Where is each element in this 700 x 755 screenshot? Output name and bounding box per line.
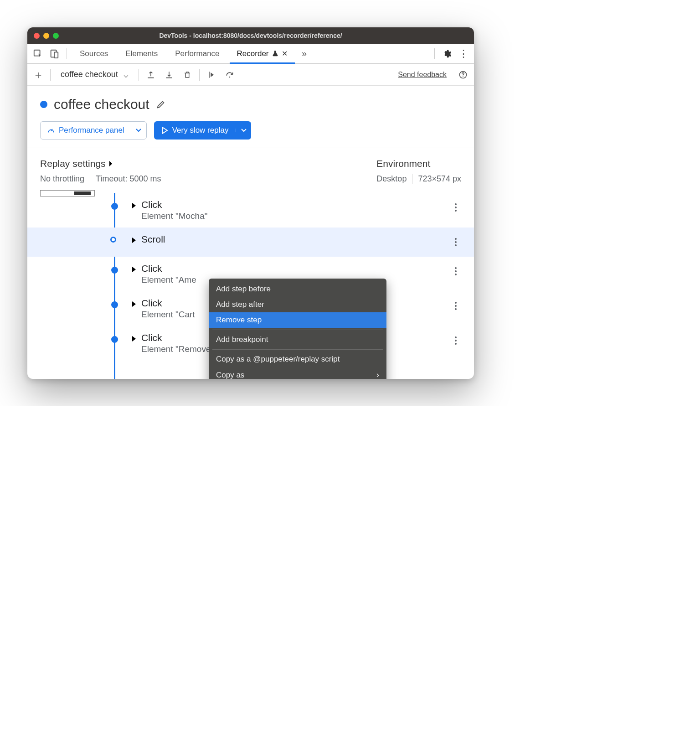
- play-icon: [161, 127, 168, 134]
- replay-settings-toggle[interactable]: Replay settings: [40, 158, 161, 169]
- tab-recorder[interactable]: Recorder ✕: [230, 44, 295, 63]
- step-subtitle: Element "Mocha": [141, 211, 208, 221]
- ctx-copy-as[interactable]: Copy as ›: [209, 367, 386, 379]
- tab-performance[interactable]: Performance: [168, 44, 226, 63]
- divider: [434, 48, 435, 59]
- button-label: Performance panel: [59, 126, 124, 135]
- send-feedback-link[interactable]: Send feedback: [398, 71, 447, 79]
- steps-timeline: Click Element "Mocha" Scroll Click: [27, 193, 474, 379]
- performance-panel-button[interactable]: Performance panel: [40, 121, 147, 140]
- kebab-menu-icon[interactable]: ⋮: [457, 47, 470, 61]
- timeline-node: [110, 237, 116, 243]
- step-title: Scroll: [141, 234, 165, 245]
- step-row[interactable]: Scroll: [27, 228, 474, 257]
- step-context-menu: Add step before Add step after Remove st…: [209, 279, 386, 379]
- step-subtitle: Element "Ame: [141, 275, 196, 285]
- new-recording-icon[interactable]: ＋: [32, 68, 45, 81]
- ctx-add-step-before[interactable]: Add step before: [209, 281, 386, 297]
- tab-label: Recorder: [237, 49, 269, 58]
- button-label: Very slow replay: [172, 126, 229, 135]
- step-menu-icon[interactable]: [450, 335, 461, 346]
- timeline-node: [111, 301, 118, 308]
- step-over-icon[interactable]: [223, 68, 236, 81]
- divider: [139, 69, 139, 81]
- export-icon[interactable]: [144, 68, 157, 81]
- recording-select-label: coffee checkout: [61, 70, 118, 79]
- throttling-value: No throttling: [40, 174, 84, 184]
- step-subtitle: Element "Cart: [141, 310, 195, 320]
- menu-separator: [212, 349, 383, 350]
- edit-title-icon[interactable]: [156, 99, 166, 109]
- tab-label: Performance: [175, 49, 219, 58]
- divider: [199, 69, 200, 81]
- ctx-remove-step[interactable]: Remove step: [209, 312, 386, 328]
- expand-step-icon[interactable]: [132, 267, 136, 272]
- environment-size: 723×574 px: [418, 174, 461, 184]
- chevron-right-icon: ›: [376, 370, 379, 379]
- recording-header: coffee checkout Performance panel Very s…: [27, 86, 474, 148]
- menu-separator: [212, 330, 383, 330]
- svg-point-5: [463, 76, 463, 77]
- help-icon[interactable]: [457, 68, 469, 81]
- devtools-window: DevTools - localhost:8080/docs/devtools/…: [27, 27, 474, 379]
- tab-elements[interactable]: Elements: [118, 44, 165, 63]
- more-tabs-icon[interactable]: »: [298, 47, 311, 61]
- recording-title: coffee checkout: [54, 97, 149, 112]
- recording-status-dot: [40, 101, 47, 108]
- expand-step-icon[interactable]: [132, 238, 136, 243]
- tab-label: Sources: [80, 49, 108, 58]
- gauge-icon: [47, 126, 55, 134]
- divider: [90, 174, 90, 184]
- expand-step-icon[interactable]: [132, 301, 136, 307]
- delete-icon[interactable]: [181, 68, 194, 81]
- chevron-right-icon: [108, 160, 113, 167]
- environment-device: Desktop: [376, 174, 407, 184]
- titlebar: DevTools - localhost:8080/docs/devtools/…: [27, 27, 474, 44]
- tab-label: Elements: [125, 49, 158, 58]
- panel-tabstrip: Sources Elements Performance Recorder ✕ …: [27, 44, 474, 64]
- environment-settings: Environment Desktop 723×574 px: [376, 158, 461, 184]
- replay-settings: Replay settings No throttling Timeout: 5…: [40, 158, 161, 184]
- action-buttons: Performance panel Very slow replay: [40, 121, 461, 140]
- divider: [412, 174, 412, 184]
- svg-point-3: [229, 76, 231, 78]
- recording-select[interactable]: coffee checkout ⌵: [56, 70, 133, 80]
- divider: [67, 48, 67, 59]
- ctx-add-breakpoint[interactable]: Add breakpoint: [209, 332, 386, 347]
- dropdown-caret[interactable]: [236, 129, 251, 132]
- window-title: DevTools - localhost:8080/docs/devtools/…: [27, 32, 474, 39]
- expand-step-icon[interactable]: [132, 336, 136, 341]
- timeline-node: [111, 267, 118, 274]
- step-menu-icon[interactable]: [450, 300, 461, 311]
- step-menu-icon[interactable]: [450, 237, 461, 248]
- device-toolbar-icon[interactable]: [47, 47, 61, 61]
- dropdown-caret[interactable]: [131, 129, 146, 132]
- import-icon[interactable]: [163, 68, 175, 81]
- environment-title: Environment: [376, 158, 461, 169]
- settings-row: Replay settings No throttling Timeout: 5…: [27, 148, 474, 193]
- step-title: Click: [141, 263, 196, 274]
- recording-title-row: coffee checkout: [40, 97, 461, 112]
- expand-step-icon[interactable]: [132, 203, 136, 208]
- step-menu-icon[interactable]: [450, 202, 461, 213]
- inspect-element-icon[interactable]: [31, 47, 45, 61]
- timeout-value: Timeout: 5000 ms: [96, 174, 161, 184]
- flask-icon: [272, 50, 279, 57]
- step-menu-icon[interactable]: [450, 266, 461, 277]
- settings-gear-icon[interactable]: [440, 47, 454, 61]
- ctx-add-step-after[interactable]: Add step after: [209, 297, 386, 312]
- step-title: Click: [141, 199, 208, 210]
- close-tab-icon[interactable]: ✕: [282, 49, 288, 58]
- ctx-copy-puppeteer[interactable]: Copy as a @puppeteer/replay script: [209, 352, 386, 367]
- step-title: Click: [141, 298, 195, 309]
- timeline-node: [111, 336, 118, 343]
- svg-rect-2: [54, 52, 58, 58]
- replay-button[interactable]: Very slow replay: [154, 121, 252, 140]
- divider: [50, 69, 51, 81]
- step-icon[interactable]: [205, 68, 218, 81]
- timeline-node: [111, 203, 118, 210]
- step-row[interactable]: Click Element "Mocha": [27, 193, 474, 228]
- chevron-down-icon: ⌵: [124, 70, 129, 80]
- recorder-toolbar: ＋ coffee checkout ⌵ Send feedback: [27, 64, 474, 86]
- tab-sources[interactable]: Sources: [72, 44, 115, 63]
